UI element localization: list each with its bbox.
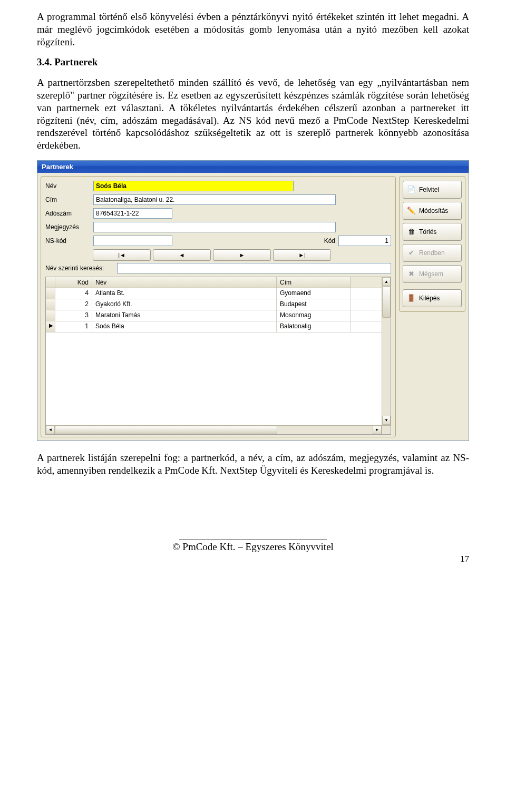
scroll-left-button[interactable]: ◄ xyxy=(46,426,55,434)
input-nev[interactable] xyxy=(93,181,294,191)
row-indicator xyxy=(46,299,55,310)
input-search[interactable] xyxy=(117,263,391,273)
row-indicator xyxy=(46,310,55,321)
table-row[interactable]: 4 Atlanta Bt. Gyomaend xyxy=(46,288,391,299)
edit-icon: ✏️ xyxy=(406,207,416,214)
section-heading: 3.4. Partnerek xyxy=(37,56,469,68)
modositas-button[interactable]: ✏️ Módosítás xyxy=(403,202,462,220)
window-titlebar: Partnerek xyxy=(37,161,469,173)
rendben-button[interactable]: ✔ Rendben xyxy=(403,244,462,262)
scroll-right-button[interactable]: ► xyxy=(373,426,382,434)
label-cim: Cím xyxy=(45,196,90,203)
nav-last-button[interactable]: ►| xyxy=(273,249,331,261)
vertical-scrollbar[interactable]: ▲ ▼ xyxy=(382,277,391,425)
grid-header: Kód Név Cím xyxy=(46,277,391,288)
cancel-icon: ✖ xyxy=(406,270,416,278)
label-megjegyzes: Megjegyzés xyxy=(45,223,90,231)
footer-divider xyxy=(179,540,327,540)
input-kod[interactable] xyxy=(338,236,391,246)
table-row[interactable]: ▶ 1 Soós Béla Balatonalig xyxy=(46,321,391,332)
nav-first-button[interactable]: |◄ xyxy=(93,249,151,261)
row-indicator xyxy=(46,288,55,299)
scroll-thumb[interactable] xyxy=(382,286,391,318)
nav-next-button[interactable]: ► xyxy=(213,249,271,261)
check-icon: ✔ xyxy=(406,249,416,257)
label-adoszam: Adószám xyxy=(45,210,90,217)
scroll-up-button[interactable]: ▲ xyxy=(382,277,391,286)
input-cim[interactable] xyxy=(93,194,336,205)
partnerek-window: Partnerek Név Cím Adószám Megjegyzés NS-… xyxy=(37,160,469,441)
megsem-button[interactable]: ✖ Mégsem xyxy=(403,265,462,283)
paragraph-intro: A programmal történő első könyvelési évb… xyxy=(37,11,469,48)
trash-icon: 🗑 xyxy=(406,228,416,236)
scroll-corner xyxy=(382,425,391,434)
input-megjegyzes[interactable] xyxy=(93,222,336,232)
label-kod: Kód xyxy=(324,237,335,244)
felvitel-button[interactable]: 📄 Felvitel xyxy=(403,181,462,199)
col-header-kod[interactable]: Kód xyxy=(55,277,92,288)
label-nskod: NS-kód xyxy=(45,237,90,244)
partner-grid[interactable]: Kód Név Cím 4 Atlanta Bt. Gyomaend 2 Gya… xyxy=(45,277,391,435)
scroll-down-button[interactable]: ▼ xyxy=(382,416,391,425)
col-header-nev[interactable]: Név xyxy=(92,277,277,288)
table-row[interactable]: 3 Maratoni Tamás Mosonmag xyxy=(46,310,391,321)
col-header-cim[interactable]: Cím xyxy=(277,277,351,288)
form-panel: Név Cím Adószám Megjegyzés NS-kód Kód xyxy=(41,176,396,437)
input-adoszam[interactable] xyxy=(93,208,172,219)
exit-icon: 🚪 xyxy=(406,294,416,302)
paragraph-desc: A partnertörzsben szerepeltethető minden… xyxy=(37,76,469,152)
footer-company: © PmCode Kft. – Egyszeres Könyvvitel xyxy=(37,541,469,553)
new-document-icon: 📄 xyxy=(406,185,416,193)
paragraph-after: A partnerek listáján szerepelni fog: a p… xyxy=(37,452,469,477)
horizontal-scrollbar[interactable]: ◄ ► xyxy=(46,425,382,434)
kilepes-button[interactable]: 🚪 Kilépés xyxy=(403,289,462,307)
action-panel: 📄 Felvitel ✏️ Módosítás 🗑 Törlés ✔ Rendb… xyxy=(399,176,465,312)
torles-button[interactable]: 🗑 Törlés xyxy=(403,223,462,241)
hscroll-thumb[interactable] xyxy=(55,426,277,434)
label-search: Név szerinti keresés: xyxy=(45,265,114,272)
table-row[interactable]: 2 Gyakorló Kft. Budapest xyxy=(46,299,391,310)
input-nskod[interactable] xyxy=(93,236,172,246)
row-indicator: ▶ xyxy=(46,321,55,332)
nav-prev-button[interactable]: ◄ xyxy=(153,249,211,261)
page-number: 17 xyxy=(37,554,469,564)
label-nev: Név xyxy=(45,182,90,190)
